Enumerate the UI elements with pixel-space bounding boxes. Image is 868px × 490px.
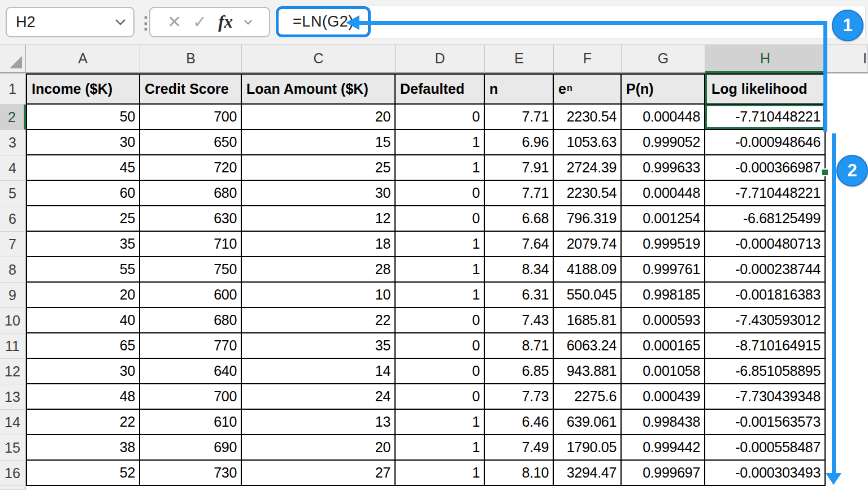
cell-B2[interactable]: 700 bbox=[140, 105, 242, 130]
cell-F4[interactable]: 2724.39 bbox=[554, 155, 622, 181]
column-header-C[interactable]: C bbox=[242, 45, 396, 73]
cell-A4[interactable]: 45 bbox=[26, 155, 140, 181]
cell-G12[interactable]: 0.001058 bbox=[622, 359, 705, 384]
column-header-G[interactable]: G bbox=[622, 45, 705, 73]
cell-H11[interactable]: -8.710164915 bbox=[705, 333, 826, 359]
cell-H5[interactable]: -7.710448221 bbox=[705, 181, 826, 206]
cell-D5[interactable]: 0 bbox=[396, 181, 485, 206]
cell-G7[interactable]: 0.999519 bbox=[622, 232, 705, 257]
cell-G5[interactable]: 0.000448 bbox=[622, 181, 705, 206]
name-box[interactable]: H2 bbox=[6, 7, 134, 37]
cell-D8[interactable]: 1 bbox=[396, 257, 485, 283]
column-header-I[interactable]: I bbox=[826, 45, 868, 73]
cell-G16[interactable]: 0.999697 bbox=[622, 461, 705, 486]
chevron-down-icon[interactable] bbox=[244, 20, 252, 25]
cell-H15[interactable]: -0.000558487 bbox=[705, 435, 826, 461]
cell-A7[interactable]: 35 bbox=[26, 232, 140, 257]
cell-E6[interactable]: 6.68 bbox=[485, 206, 554, 232]
cell-E13[interactable]: 7.73 bbox=[485, 384, 554, 410]
cell-D6[interactable]: 0 bbox=[396, 206, 485, 232]
cell-F15[interactable]: 1790.05 bbox=[554, 435, 622, 461]
cell-C9[interactable]: 10 bbox=[242, 283, 396, 308]
cell-G8[interactable]: 0.999761 bbox=[622, 257, 705, 283]
header-cell-E1[interactable]: n bbox=[485, 73, 554, 105]
cell-G15[interactable]: 0.999442 bbox=[622, 435, 705, 461]
row-header-4[interactable]: 4 bbox=[0, 155, 26, 181]
cell-C11[interactable]: 35 bbox=[242, 333, 396, 359]
row-header-12[interactable]: 12 bbox=[0, 359, 26, 384]
cell-F10[interactable]: 1685.81 bbox=[554, 308, 622, 333]
column-header-B[interactable]: B bbox=[140, 45, 242, 73]
cell-B4[interactable]: 720 bbox=[140, 155, 242, 181]
cell-E14[interactable]: 6.46 bbox=[485, 410, 554, 435]
cell-E11[interactable]: 8.71 bbox=[485, 333, 554, 359]
column-header-D[interactable]: D bbox=[396, 45, 485, 73]
cell-A14[interactable]: 22 bbox=[26, 410, 140, 435]
header-cell-A1[interactable]: Income ($K) bbox=[26, 73, 140, 105]
cell-C6[interactable]: 12 bbox=[242, 206, 396, 232]
cell-D13[interactable]: 0 bbox=[396, 384, 485, 410]
row-header-2[interactable]: 2 bbox=[0, 105, 26, 130]
row-header-10[interactable]: 10 bbox=[0, 308, 26, 333]
header-cell-H1[interactable]: Log likelihood bbox=[705, 73, 826, 105]
row-header-6[interactable]: 6 bbox=[0, 206, 26, 232]
cell-C13[interactable]: 24 bbox=[242, 384, 396, 410]
cell-A8[interactable]: 55 bbox=[26, 257, 140, 283]
cell-B12[interactable]: 640 bbox=[140, 359, 242, 384]
cell-F16[interactable]: 3294.47 bbox=[554, 461, 622, 486]
chevron-down-icon[interactable] bbox=[115, 19, 125, 25]
cell-D15[interactable]: 1 bbox=[396, 435, 485, 461]
cell-D9[interactable]: 1 bbox=[396, 283, 485, 308]
cell-A11[interactable]: 65 bbox=[26, 333, 140, 359]
cancel-icon[interactable]: ✕ bbox=[167, 14, 181, 31]
cell-F11[interactable]: 6063.24 bbox=[554, 333, 622, 359]
cell-F7[interactable]: 2079.74 bbox=[554, 232, 622, 257]
cell-A9[interactable]: 20 bbox=[26, 283, 140, 308]
cell-H8[interactable]: -0.000238744 bbox=[705, 257, 826, 283]
cell-E10[interactable]: 7.43 bbox=[485, 308, 554, 333]
cell-C16[interactable]: 27 bbox=[242, 461, 396, 486]
cell-D16[interactable]: 1 bbox=[396, 461, 485, 486]
cell-E16[interactable]: 8.10 bbox=[485, 461, 554, 486]
row-header-16[interactable]: 16 bbox=[0, 461, 26, 486]
cell-H13[interactable]: -7.730439348 bbox=[705, 384, 826, 410]
formula-highlight-box[interactable]: =LN(G2) bbox=[276, 6, 371, 37]
cell-A2[interactable]: 50 bbox=[26, 105, 140, 130]
cell-A10[interactable]: 40 bbox=[26, 308, 140, 333]
cell-D10[interactable]: 0 bbox=[396, 308, 485, 333]
cell-C5[interactable]: 30 bbox=[242, 181, 396, 206]
cell-B5[interactable]: 680 bbox=[140, 181, 242, 206]
cell-C8[interactable]: 28 bbox=[242, 257, 396, 283]
cell-G4[interactable]: 0.999633 bbox=[622, 155, 705, 181]
cell-E15[interactable]: 7.49 bbox=[485, 435, 554, 461]
cell-G10[interactable]: 0.000593 bbox=[622, 308, 705, 333]
cell-G6[interactable]: 0.001254 bbox=[622, 206, 705, 232]
cell-E12[interactable]: 6.85 bbox=[485, 359, 554, 384]
cell-F14[interactable]: 639.061 bbox=[554, 410, 622, 435]
header-cell-B1[interactable]: Credit Score bbox=[140, 73, 242, 105]
cell-C12[interactable]: 14 bbox=[242, 359, 396, 384]
cell-E9[interactable]: 6.31 bbox=[485, 283, 554, 308]
header-cell-G1[interactable]: P(n) bbox=[622, 73, 705, 105]
cell-B15[interactable]: 690 bbox=[140, 435, 242, 461]
cell-F12[interactable]: 943.881 bbox=[554, 359, 622, 384]
column-header-E[interactable]: E bbox=[485, 45, 554, 73]
row-header-13[interactable]: 13 bbox=[0, 384, 26, 410]
cell-F3[interactable]: 1053.63 bbox=[554, 130, 622, 155]
row-header-8[interactable]: 8 bbox=[0, 257, 26, 283]
row-header-9[interactable]: 9 bbox=[0, 283, 26, 308]
row-header-7[interactable]: 7 bbox=[0, 232, 26, 257]
cell-F13[interactable]: 2275.6 bbox=[554, 384, 622, 410]
cell-B14[interactable]: 610 bbox=[140, 410, 242, 435]
cell-G3[interactable]: 0.999052 bbox=[622, 130, 705, 155]
cell-B10[interactable]: 680 bbox=[140, 308, 242, 333]
cell-D14[interactable]: 1 bbox=[396, 410, 485, 435]
cell-C4[interactable]: 25 bbox=[242, 155, 396, 181]
cell-B8[interactable]: 750 bbox=[140, 257, 242, 283]
cell-E5[interactable]: 7.71 bbox=[485, 181, 554, 206]
cell-G11[interactable]: 0.000165 bbox=[622, 333, 705, 359]
cell-F8[interactable]: 4188.09 bbox=[554, 257, 622, 283]
cell-D12[interactable]: 0 bbox=[396, 359, 485, 384]
row-header-1[interactable]: 1 bbox=[0, 73, 26, 105]
cell-D4[interactable]: 1 bbox=[396, 155, 485, 181]
